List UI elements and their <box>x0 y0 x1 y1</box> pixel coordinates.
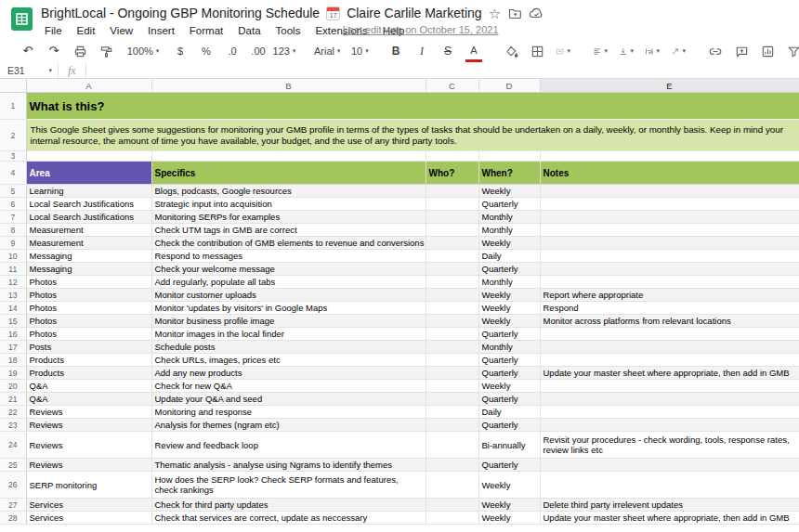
cell-area[interactable]: Measurement <box>26 237 151 250</box>
cell-notes[interactable] <box>540 185 799 198</box>
cell-when[interactable]: Quarterly <box>478 354 540 367</box>
cell[interactable] <box>540 151 799 162</box>
move-to-folder-icon[interactable] <box>507 6 522 20</box>
menu-item[interactable]: Edit <box>70 24 103 37</box>
header-cell-area[interactable]: Area <box>26 162 151 185</box>
document-title-owner[interactable]: Claire Carlile Marketing <box>347 6 482 20</box>
cell-specifics[interactable]: Add regularly, populate all tabs <box>151 276 426 289</box>
cell-specifics[interactable]: Check URLs, images, prices etc <box>151 354 426 367</box>
cell[interactable] <box>26 151 151 162</box>
cell-notes[interactable]: Update your master sheet where appropria… <box>540 367 799 380</box>
row-header[interactable]: 13 <box>0 289 26 302</box>
row-header[interactable]: 22 <box>0 406 26 419</box>
cell-notes[interactable]: Monitor across platforms from relevant l… <box>540 315 799 328</box>
cell-who[interactable] <box>426 354 478 367</box>
cell-when[interactable]: Weekly <box>478 472 540 499</box>
cell-when[interactable]: Quarterly <box>478 459 540 472</box>
cell-specifics[interactable]: Monitoring SERPs for examples <box>151 211 426 224</box>
cell-area[interactable]: Services <box>26 499 151 512</box>
undo-button[interactable]: ↶ <box>20 42 35 60</box>
cell-area[interactable]: Products <box>26 354 151 367</box>
row-header[interactable]: 11 <box>0 263 26 276</box>
select-all-corner[interactable] <box>0 79 26 93</box>
cell-area[interactable]: Photos <box>26 328 151 341</box>
cell-specifics[interactable]: Blogs, podcasts, Google resources <box>151 185 426 198</box>
insert-chart-button[interactable] <box>760 42 775 60</box>
cell-when[interactable]: Monthly <box>478 224 540 237</box>
cell-notes[interactable] <box>540 224 799 237</box>
cell-when[interactable]: Monthly <box>478 276 540 289</box>
cell-notes[interactable] <box>540 276 799 289</box>
cell-specifics[interactable]: Add any new products <box>151 367 426 380</box>
format-percent-button[interactable]: % <box>199 42 214 60</box>
strikethrough-button[interactable]: S <box>440 42 455 60</box>
cell-who[interactable] <box>426 185 478 198</box>
increase-decimal-button[interactable]: .00 <box>251 42 266 60</box>
cell-specifics[interactable]: Check for new Q&A <box>151 380 426 393</box>
borders-button[interactable] <box>530 42 544 60</box>
menu-item[interactable]: Tools <box>269 24 308 37</box>
star-icon[interactable]: ☆ <box>489 6 501 20</box>
cell[interactable] <box>151 151 426 162</box>
row-header[interactable]: 26 <box>0 472 26 499</box>
cell-who[interactable] <box>426 367 478 380</box>
cell-specifics[interactable]: Monitoring and response <box>151 406 426 419</box>
cell-area[interactable]: Messaging <box>26 263 151 276</box>
cell-area[interactable]: Posts <box>26 341 151 354</box>
cell-notes[interactable] <box>540 237 799 250</box>
cell-notes[interactable]: Respond <box>540 302 799 315</box>
cell-notes[interactable] <box>540 354 799 367</box>
cell-area[interactable]: SERP monitoring <box>26 472 151 499</box>
cell-who[interactable] <box>426 406 478 419</box>
row-header[interactable]: 16 <box>0 328 26 341</box>
zoom-select[interactable]: 100%▾ <box>136 42 151 60</box>
cell-who[interactable] <box>426 499 478 512</box>
italic-button[interactable]: I <box>414 42 429 60</box>
cell-notes[interactable] <box>540 328 799 341</box>
cell-specifics[interactable]: Check the contribution of GMB elements t… <box>151 237 426 250</box>
create-filter-button[interactable] <box>786 42 799 60</box>
google-sheets-logo[interactable] <box>10 7 33 31</box>
merge-cells-button[interactable]: ▾ <box>556 42 570 60</box>
text-rotation-button[interactable]: ▾ <box>671 42 686 60</box>
cell-area[interactable]: Services <box>26 512 151 525</box>
bold-button[interactable]: B <box>388 42 403 60</box>
menu-item[interactable]: Insert <box>140 24 182 37</box>
document-title[interactable]: BrightLocal - Ongoing GBP Monitoring Sch… <box>41 6 320 20</box>
cell-specifics[interactable]: Strategic input into acquisition <box>151 198 426 211</box>
cell-notes[interactable]: Revisit your procedures - check wording,… <box>540 432 799 459</box>
fill-color-button[interactable] <box>504 42 518 60</box>
cell-who[interactable] <box>426 224 478 237</box>
name-box[interactable]: E31▾ <box>0 65 58 76</box>
cell-notes[interactable] <box>540 198 799 211</box>
cell-area[interactable]: Q&A <box>26 393 151 406</box>
row-header[interactable]: 18 <box>0 354 26 367</box>
number-format-button[interactable]: 123▾ <box>277 42 292 60</box>
cell-who[interactable] <box>426 198 478 211</box>
cell-who[interactable] <box>426 263 478 276</box>
row-header[interactable]: 20 <box>0 380 26 393</box>
cell-area[interactable]: Local Search Justifications <box>26 198 151 211</box>
row-header[interactable]: 12 <box>0 276 26 289</box>
cell-notes[interactable] <box>540 419 799 432</box>
document-status-cloud-icon[interactable] <box>529 6 544 20</box>
cell-specifics[interactable]: Thematic analysis - analyse using Ngrams… <box>151 459 426 472</box>
cell-when[interactable]: Bi-annually <box>478 432 540 459</box>
cell-who[interactable] <box>426 393 478 406</box>
cell-notes[interactable] <box>540 341 799 354</box>
format-currency-button[interactable]: $ <box>173 42 188 60</box>
cell-when[interactable]: Weekly <box>478 380 540 393</box>
cell-when[interactable]: Quarterly <box>478 198 540 211</box>
cell-notes[interactable] <box>540 263 799 276</box>
menu-item[interactable]: View <box>102 24 140 37</box>
cell-specifics[interactable]: Monitor images in the local finder <box>151 328 426 341</box>
cell-who[interactable] <box>426 211 478 224</box>
paint-format-button[interactable] <box>98 42 113 60</box>
insert-link-button[interactable] <box>708 42 723 60</box>
cell-when[interactable]: Weekly <box>478 315 540 328</box>
menu-item[interactable]: Data <box>230 24 268 37</box>
row-header[interactable]: 8 <box>0 224 26 237</box>
row-header[interactable]: 21 <box>0 393 26 406</box>
cell-area[interactable]: Messaging <box>26 250 151 263</box>
cell-area[interactable]: Photos <box>26 302 151 315</box>
